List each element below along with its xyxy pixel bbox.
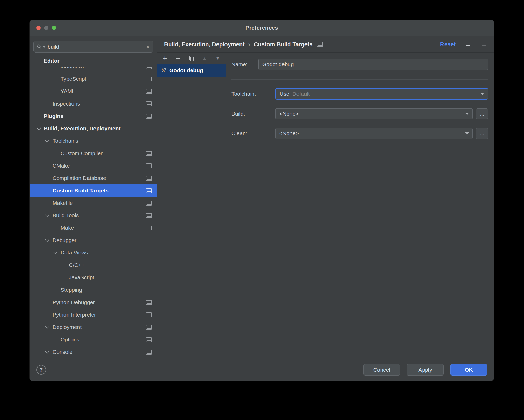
chevron-down-icon bbox=[465, 113, 469, 115]
remove-button[interactable]: − bbox=[175, 55, 181, 62]
settings-option-icon bbox=[146, 312, 152, 317]
settings-option-icon bbox=[146, 114, 152, 119]
build-tools-icon bbox=[161, 68, 166, 73]
target-item-label: Godot debug bbox=[169, 67, 203, 73]
breadcrumb: Build, Execution, Deployment › Custom Bu… bbox=[157, 36, 494, 53]
settings-option-icon bbox=[146, 151, 152, 156]
clean-label: Clean: bbox=[231, 130, 247, 137]
sidebar-item-data-views[interactable]: Data Views bbox=[30, 246, 157, 259]
minimize-button bbox=[44, 26, 48, 30]
move-down-button: ▼ bbox=[214, 55, 221, 62]
target-settings-form: Name: Toolchain: Use Default Build: <Non… bbox=[226, 53, 494, 358]
close-button[interactable] bbox=[36, 26, 41, 30]
build-value: <None> bbox=[279, 111, 299, 117]
reset-link[interactable]: Reset bbox=[440, 41, 456, 48]
sidebar-item-toolchains[interactable]: Toolchains bbox=[30, 135, 157, 147]
breadcrumb-separator-icon: › bbox=[248, 41, 250, 48]
build-select[interactable]: <None> bbox=[275, 108, 473, 119]
settings-option-icon bbox=[317, 42, 323, 47]
settings-option-icon bbox=[146, 89, 152, 94]
toolchain-label: Toolchain: bbox=[231, 91, 256, 97]
build-browse-button[interactable]: ... bbox=[476, 108, 488, 119]
breadcrumb-current: Custom Build Targets bbox=[254, 41, 312, 48]
settings-option-icon bbox=[146, 226, 152, 230]
name-input[interactable] bbox=[258, 59, 488, 70]
chevron-down-icon bbox=[465, 132, 469, 134]
form-divider bbox=[231, 79, 488, 80]
sidebar-item-debugger[interactable]: Debugger bbox=[30, 234, 157, 246]
chevron-down-icon[interactable] bbox=[45, 138, 49, 142]
settings-tree: Editor Markdown TypeScript YAML Inspecti… bbox=[30, 55, 157, 358]
settings-option-icon bbox=[146, 337, 152, 342]
settings-option-icon bbox=[146, 213, 152, 218]
settings-option-icon bbox=[146, 188, 152, 193]
sidebar-item-compilation-database[interactable]: Compilation Database bbox=[30, 172, 157, 184]
targets-toolbar: + − ▲ ▼ bbox=[157, 53, 226, 64]
add-button[interactable]: + bbox=[162, 55, 168, 62]
sidebar-item-build-execution-deployment[interactable]: Build, Execution, Deployment bbox=[30, 122, 157, 135]
settings-option-icon bbox=[146, 325, 152, 330]
sidebar-item-options[interactable]: Options bbox=[30, 333, 157, 346]
settings-option-icon bbox=[146, 77, 152, 81]
traffic-lights bbox=[36, 26, 56, 30]
clean-value: <None> bbox=[279, 130, 299, 137]
sidebar-item-yaml[interactable]: YAML bbox=[30, 85, 157, 98]
help-button[interactable]: ? bbox=[36, 365, 46, 375]
sidebar-item-python-interpreter[interactable]: Python Interpreter bbox=[30, 309, 157, 321]
settings-option-icon bbox=[146, 300, 152, 305]
breadcrumb-parent[interactable]: Build, Execution, Deployment bbox=[164, 41, 244, 48]
settings-option-icon bbox=[146, 201, 152, 206]
preferences-window: Preferences ✕ Editor bbox=[30, 20, 494, 381]
zoom-button[interactable] bbox=[52, 26, 56, 30]
chevron-down-icon[interactable] bbox=[45, 213, 49, 217]
chevron-down-icon[interactable] bbox=[45, 324, 49, 329]
ok-button[interactable]: OK bbox=[450, 364, 487, 376]
sidebar-item-cmake[interactable]: CMake bbox=[30, 160, 157, 172]
sidebar-item-c-cpp[interactable]: C/C++ bbox=[30, 259, 157, 271]
cancel-button[interactable]: Cancel bbox=[363, 364, 400, 376]
sidebar-item-build-tools[interactable]: Build Tools bbox=[30, 209, 157, 222]
clear-search-icon[interactable]: ✕ bbox=[144, 44, 150, 50]
title-bar: Preferences bbox=[30, 20, 494, 36]
settings-search-box[interactable]: ✕ bbox=[33, 41, 153, 53]
settings-option-icon bbox=[146, 163, 152, 168]
sidebar-item-typescript[interactable]: TypeScript bbox=[30, 73, 157, 85]
clean-select[interactable]: <None> bbox=[275, 128, 473, 139]
sidebar-item-javascript[interactable]: JavaScript bbox=[30, 271, 157, 284]
sidebar-item-stepping[interactable]: Stepping bbox=[30, 284, 157, 296]
sidebar-item-custom-compiler[interactable]: Custom Compiler bbox=[30, 147, 157, 160]
sidebar-item-deployment[interactable]: Deployment bbox=[30, 321, 157, 333]
sidebar-item-inspections[interactable]: Inspections bbox=[30, 98, 157, 110]
search-input[interactable] bbox=[47, 43, 143, 50]
settings-option-icon bbox=[146, 176, 152, 181]
settings-option-icon bbox=[146, 350, 152, 355]
sidebar-item-python-debugger[interactable]: Python Debugger bbox=[30, 296, 157, 309]
name-label: Name: bbox=[231, 61, 248, 68]
sidebar-item-make[interactable]: Make bbox=[30, 222, 157, 234]
settings-sidebar: ✕ Editor Markdown TypeScript YAML bbox=[30, 36, 157, 358]
search-icon bbox=[37, 44, 42, 49]
chevron-down-icon bbox=[481, 93, 484, 95]
chevron-down-icon[interactable] bbox=[45, 237, 49, 242]
search-history-icon[interactable] bbox=[43, 46, 46, 48]
chevron-down-icon[interactable] bbox=[37, 126, 41, 130]
toolchain-value: Default bbox=[292, 91, 310, 97]
chevron-down-icon[interactable] bbox=[53, 250, 58, 254]
chevron-down-icon[interactable] bbox=[45, 349, 49, 354]
sidebar-item-custom-build-targets[interactable]: Custom Build Targets bbox=[30, 184, 157, 197]
apply-button[interactable]: Apply bbox=[407, 364, 444, 376]
dialog-footer: ? Cancel Apply OK bbox=[30, 358, 494, 381]
sidebar-item-makefile[interactable]: Makefile bbox=[30, 197, 157, 209]
sidebar-item-editor[interactable]: Editor bbox=[30, 55, 157, 67]
sidebar-item-console[interactable]: Console bbox=[30, 346, 157, 358]
build-label: Build: bbox=[231, 111, 245, 117]
copy-button[interactable] bbox=[188, 55, 195, 62]
sidebar-item-plugins[interactable]: Plugins bbox=[30, 110, 157, 122]
toolchain-prefix: Use bbox=[280, 91, 289, 97]
target-list-item[interactable]: Godot debug bbox=[157, 64, 226, 77]
window-title: Preferences bbox=[245, 25, 278, 31]
move-up-button: ▲ bbox=[201, 55, 208, 62]
back-arrow-icon[interactable]: ← bbox=[464, 41, 471, 48]
toolchain-select[interactable]: Use Default bbox=[275, 88, 488, 100]
clean-browse-button[interactable]: ... bbox=[476, 128, 488, 139]
